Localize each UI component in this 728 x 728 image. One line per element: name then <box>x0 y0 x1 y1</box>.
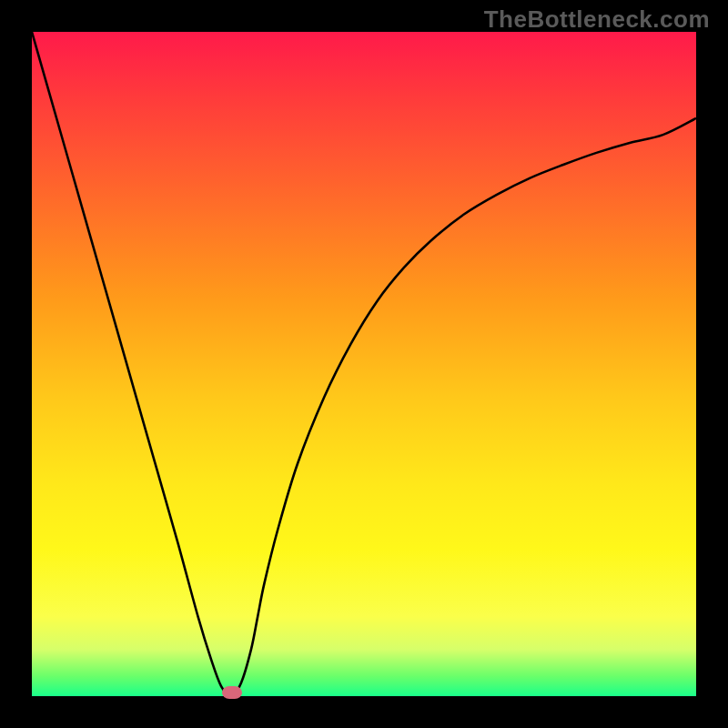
plot-area <box>32 32 696 696</box>
watermark-text: TheBottleneck.com <box>484 5 710 34</box>
optimum-marker <box>222 686 242 699</box>
chart-frame: TheBottleneck.com <box>0 0 728 728</box>
bottleneck-curve <box>32 32 696 696</box>
